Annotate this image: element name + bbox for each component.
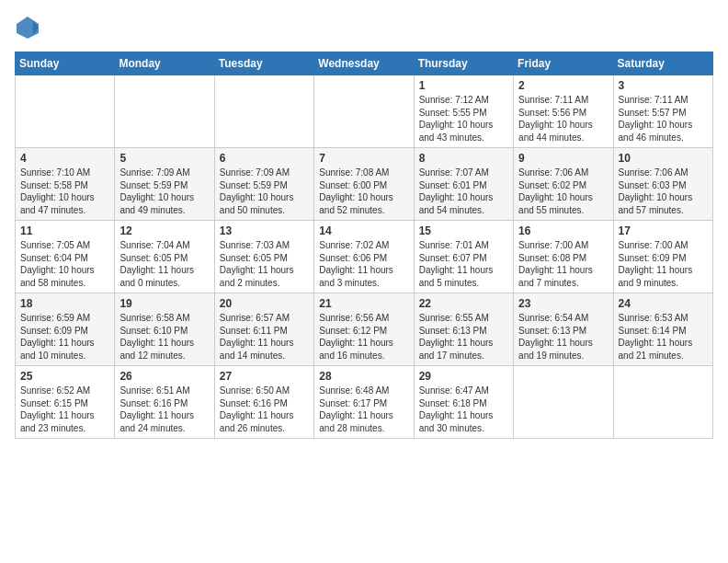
- calendar-cell: 22Sunrise: 6:55 AM Sunset: 6:13 PM Dayli…: [414, 293, 513, 366]
- weekday-header-cell: Tuesday: [214, 52, 313, 75]
- day-info: Sunrise: 7:09 AM Sunset: 5:59 PM Dayligh…: [220, 167, 309, 216]
- calendar-cell: 1Sunrise: 7:12 AM Sunset: 5:55 PM Daylig…: [414, 75, 513, 148]
- calendar-cell: 27Sunrise: 6:50 AM Sunset: 6:16 PM Dayli…: [214, 366, 313, 439]
- calendar-cell: 5Sunrise: 7:09 AM Sunset: 5:59 PM Daylig…: [115, 148, 214, 221]
- calendar-cell: 2Sunrise: 7:11 AM Sunset: 5:56 PM Daylig…: [514, 75, 613, 148]
- day-info: Sunrise: 6:52 AM Sunset: 6:15 PM Dayligh…: [20, 385, 109, 434]
- day-info: Sunrise: 6:55 AM Sunset: 6:13 PM Dayligh…: [419, 312, 508, 362]
- calendar-cell: 4Sunrise: 7:10 AM Sunset: 5:58 PM Daylig…: [16, 148, 115, 221]
- calendar-cell: [16, 75, 115, 148]
- day-number: 6: [220, 152, 309, 165]
- day-number: 16: [518, 224, 608, 237]
- calendar-cell: [314, 75, 414, 148]
- calendar-cell: 19Sunrise: 6:58 AM Sunset: 6:10 PM Dayli…: [115, 293, 214, 366]
- day-info: Sunrise: 7:07 AM Sunset: 6:01 PM Dayligh…: [419, 167, 508, 216]
- calendar-cell: [214, 75, 313, 148]
- day-info: Sunrise: 7:01 AM Sunset: 6:07 PM Dayligh…: [419, 239, 508, 289]
- day-info: Sunrise: 7:03 AM Sunset: 6:05 PM Dayligh…: [220, 239, 309, 289]
- day-info: Sunrise: 6:59 AM Sunset: 6:09 PM Dayligh…: [20, 312, 109, 362]
- day-number: 15: [419, 224, 508, 237]
- calendar-cell: 28Sunrise: 6:48 AM Sunset: 6:17 PM Dayli…: [314, 366, 414, 439]
- day-info: Sunrise: 6:53 AM Sunset: 6:14 PM Dayligh…: [619, 312, 708, 362]
- day-number: 29: [419, 370, 508, 383]
- day-number: 11: [20, 224, 109, 237]
- day-number: 10: [619, 152, 708, 165]
- day-number: 7: [319, 152, 408, 165]
- day-info: Sunrise: 7:08 AM Sunset: 6:00 PM Dayligh…: [319, 167, 408, 216]
- day-info: Sunrise: 7:12 AM Sunset: 5:55 PM Dayligh…: [419, 94, 508, 144]
- day-info: Sunrise: 6:54 AM Sunset: 6:13 PM Dayligh…: [518, 312, 608, 362]
- calendar-cell: 6Sunrise: 7:09 AM Sunset: 5:59 PM Daylig…: [214, 148, 313, 221]
- calendar-cell: 3Sunrise: 7:11 AM Sunset: 5:57 PM Daylig…: [613, 75, 712, 148]
- day-number: 9: [518, 152, 608, 165]
- calendar-cell: 24Sunrise: 6:53 AM Sunset: 6:14 PM Dayli…: [613, 293, 712, 366]
- day-number: 14: [319, 224, 408, 237]
- day-number: 5: [119, 152, 209, 165]
- weekday-header-cell: Wednesday: [314, 52, 414, 75]
- day-info: Sunrise: 7:11 AM Sunset: 5:56 PM Dayligh…: [518, 94, 608, 144]
- calendar-cell: 26Sunrise: 6:51 AM Sunset: 6:16 PM Dayli…: [115, 366, 214, 439]
- logo: [15, 15, 44, 44]
- calendar-cell: 14Sunrise: 7:02 AM Sunset: 6:06 PM Dayli…: [314, 221, 414, 293]
- day-info: Sunrise: 6:50 AM Sunset: 6:16 PM Dayligh…: [220, 385, 309, 434]
- day-number: 26: [119, 370, 209, 383]
- calendar-table: SundayMondayTuesdayWednesdayThursdayFrid…: [15, 52, 713, 439]
- calendar-cell: [514, 366, 613, 439]
- calendar-cell: 11Sunrise: 7:05 AM Sunset: 6:04 PM Dayli…: [16, 221, 115, 293]
- day-info: Sunrise: 7:00 AM Sunset: 6:08 PM Dayligh…: [518, 239, 608, 289]
- day-number: 28: [319, 370, 408, 383]
- page-container: SundayMondayTuesdayWednesdayThursdayFrid…: [15, 15, 713, 439]
- calendar-row: 4Sunrise: 7:10 AM Sunset: 5:58 PM Daylig…: [16, 148, 713, 221]
- day-number: 4: [20, 152, 109, 165]
- day-number: 20: [220, 297, 309, 310]
- calendar-cell: 23Sunrise: 6:54 AM Sunset: 6:13 PM Dayli…: [514, 293, 613, 366]
- day-info: Sunrise: 6:58 AM Sunset: 6:10 PM Dayligh…: [119, 312, 209, 362]
- calendar-cell: [613, 366, 712, 439]
- day-info: Sunrise: 7:10 AM Sunset: 5:58 PM Dayligh…: [20, 167, 109, 216]
- day-number: 21: [319, 297, 408, 310]
- day-info: Sunrise: 6:56 AM Sunset: 6:12 PM Dayligh…: [319, 312, 408, 362]
- calendar-row: 1Sunrise: 7:12 AM Sunset: 5:55 PM Daylig…: [16, 75, 713, 148]
- day-number: 23: [518, 297, 608, 310]
- day-info: Sunrise: 7:09 AM Sunset: 5:59 PM Dayligh…: [119, 167, 209, 216]
- weekday-header-cell: Friday: [514, 52, 613, 75]
- calendar-cell: 10Sunrise: 7:06 AM Sunset: 6:03 PM Dayli…: [613, 148, 712, 221]
- logo-icon: [15, 15, 40, 44]
- day-info: Sunrise: 6:57 AM Sunset: 6:11 PM Dayligh…: [220, 312, 309, 362]
- day-info: Sunrise: 7:06 AM Sunset: 6:02 PM Dayligh…: [518, 167, 608, 216]
- calendar-cell: 7Sunrise: 7:08 AM Sunset: 6:00 PM Daylig…: [314, 148, 414, 221]
- calendar-cell: 20Sunrise: 6:57 AM Sunset: 6:11 PM Dayli…: [214, 293, 313, 366]
- day-info: Sunrise: 7:00 AM Sunset: 6:09 PM Dayligh…: [619, 239, 708, 289]
- weekday-header-cell: Saturday: [613, 52, 712, 75]
- calendar-cell: 12Sunrise: 7:04 AM Sunset: 6:05 PM Dayli…: [115, 221, 214, 293]
- day-number: 17: [619, 224, 708, 237]
- day-number: 2: [518, 79, 608, 92]
- calendar-cell: 21Sunrise: 6:56 AM Sunset: 6:12 PM Dayli…: [314, 293, 414, 366]
- calendar-row: 11Sunrise: 7:05 AM Sunset: 6:04 PM Dayli…: [16, 221, 713, 293]
- calendar-body: 1Sunrise: 7:12 AM Sunset: 5:55 PM Daylig…: [16, 75, 713, 439]
- day-info: Sunrise: 6:51 AM Sunset: 6:16 PM Dayligh…: [119, 385, 209, 434]
- day-number: 8: [419, 152, 508, 165]
- day-number: 25: [20, 370, 109, 383]
- day-info: Sunrise: 6:48 AM Sunset: 6:17 PM Dayligh…: [319, 385, 408, 434]
- calendar-cell: 29Sunrise: 6:47 AM Sunset: 6:18 PM Dayli…: [414, 366, 513, 439]
- calendar-cell: 17Sunrise: 7:00 AM Sunset: 6:09 PM Dayli…: [613, 221, 712, 293]
- day-number: 12: [119, 224, 209, 237]
- weekday-header-row: SundayMondayTuesdayWednesdayThursdayFrid…: [16, 52, 713, 75]
- calendar-row: 18Sunrise: 6:59 AM Sunset: 6:09 PM Dayli…: [16, 293, 713, 366]
- weekday-header-cell: Monday: [115, 52, 214, 75]
- day-info: Sunrise: 7:04 AM Sunset: 6:05 PM Dayligh…: [119, 239, 209, 289]
- day-number: 18: [20, 297, 109, 310]
- calendar-cell: 18Sunrise: 6:59 AM Sunset: 6:09 PM Dayli…: [16, 293, 115, 366]
- calendar-cell: 13Sunrise: 7:03 AM Sunset: 6:05 PM Dayli…: [214, 221, 313, 293]
- weekday-header-cell: Sunday: [16, 52, 115, 75]
- day-info: Sunrise: 6:47 AM Sunset: 6:18 PM Dayligh…: [419, 385, 508, 434]
- day-number: 13: [220, 224, 309, 237]
- calendar-cell: 9Sunrise: 7:06 AM Sunset: 6:02 PM Daylig…: [514, 148, 613, 221]
- weekday-header-cell: Thursday: [414, 52, 513, 75]
- day-info: Sunrise: 7:11 AM Sunset: 5:57 PM Dayligh…: [619, 94, 708, 144]
- calendar-cell: [115, 75, 214, 148]
- day-number: 19: [119, 297, 209, 310]
- day-number: 3: [619, 79, 708, 92]
- calendar-cell: 8Sunrise: 7:07 AM Sunset: 6:01 PM Daylig…: [414, 148, 513, 221]
